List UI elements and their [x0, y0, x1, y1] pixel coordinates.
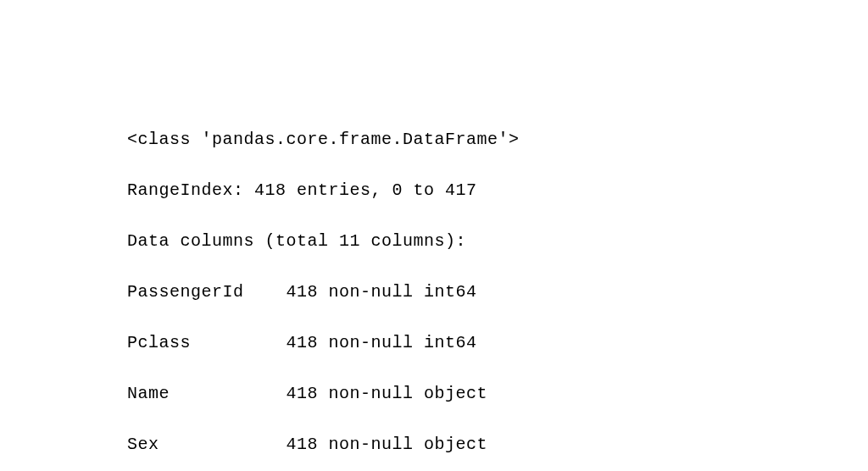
df-range-index: RangeIndex: 418 entries, 0 to 417	[127, 178, 868, 203]
df-class-line: <class 'pandas.core.frame.DataFrame'>	[127, 127, 868, 152]
df-column-row: Name 418 non-null object	[127, 381, 868, 407]
df-column-row: Sex 418 non-null object	[127, 432, 868, 457]
df-column-row: Pclass 418 non-null int64	[127, 330, 868, 356]
df-column-row: PassengerId 418 non-null int64	[127, 280, 868, 305]
df-data-columns-header: Data columns (total 11 columns):	[127, 229, 868, 254]
